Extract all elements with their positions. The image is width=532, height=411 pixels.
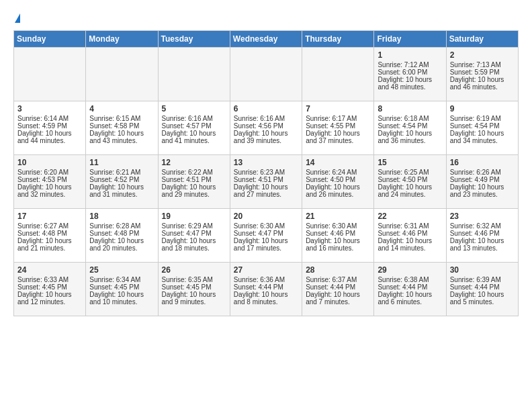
- day-info: Sunset: 4:53 PM: [17, 176, 82, 183]
- day-number: 14: [306, 158, 370, 167]
- day-number: 25: [89, 265, 154, 275]
- day-number: 12: [162, 158, 226, 167]
- day-info: Sunrise: 6:30 AM: [306, 222, 370, 230]
- calendar-day-cell: 1Sunrise: 7:12 AMSunset: 6:00 PMDaylight…: [374, 48, 446, 101]
- calendar-day-cell: 23Sunrise: 6:32 AMSunset: 4:46 PMDayligh…: [446, 209, 518, 263]
- day-info: Sunset: 5:59 PM: [450, 68, 515, 76]
- header: [13, 11, 519, 24]
- day-number: 26: [162, 265, 226, 275]
- day-info: Sunrise: 6:22 AM: [162, 169, 226, 176]
- day-info: Sunset: 4:49 PM: [450, 176, 515, 183]
- calendar-day-cell: 4Sunrise: 6:15 AMSunset: 4:58 PMDaylight…: [86, 101, 158, 155]
- calendar-day-cell: [158, 48, 230, 101]
- day-number: 2: [450, 50, 515, 60]
- day-info: Sunrise: 6:18 AM: [378, 115, 442, 122]
- day-info: Daylight: 10 hours and 48 minutes.: [378, 76, 442, 91]
- day-info: Sunset: 4:56 PM: [234, 122, 298, 130]
- day-of-week-header: Wednesday: [230, 31, 302, 48]
- day-info: Sunset: 4:51 PM: [234, 176, 298, 183]
- day-info: Daylight: 10 hours and 27 minutes.: [234, 183, 298, 198]
- day-number: 13: [234, 158, 298, 167]
- day-info: Sunrise: 6:23 AM: [234, 169, 298, 176]
- day-number: 24: [17, 265, 82, 275]
- day-info: Sunset: 4:46 PM: [306, 230, 370, 237]
- day-info: Daylight: 10 hours and 29 minutes.: [162, 183, 226, 198]
- calendar-day-cell: [230, 48, 302, 101]
- day-info: Sunrise: 6:37 AM: [306, 276, 370, 283]
- day-info: Daylight: 10 hours and 32 minutes.: [17, 183, 82, 198]
- day-info: Sunrise: 7:12 AM: [378, 61, 442, 68]
- day-number: 1: [378, 50, 442, 60]
- day-info: Sunset: 4:44 PM: [378, 283, 442, 291]
- calendar-day-cell: 9Sunrise: 6:19 AMSunset: 4:54 PMDaylight…: [446, 101, 518, 155]
- day-info: Sunrise: 6:21 AM: [89, 169, 154, 176]
- day-info: Sunrise: 6:16 AM: [234, 115, 298, 122]
- calendar-day-cell: 3Sunrise: 6:14 AMSunset: 4:59 PMDaylight…: [14, 101, 86, 155]
- day-info: Sunrise: 6:35 AM: [162, 276, 226, 283]
- calendar-day-cell: [14, 48, 86, 101]
- day-info: Daylight: 10 hours and 46 minutes.: [450, 76, 515, 91]
- day-info: Daylight: 10 hours and 13 minutes.: [450, 237, 515, 252]
- day-of-week-header: Monday: [86, 31, 158, 48]
- day-info: Sunrise: 6:20 AM: [17, 169, 82, 176]
- calendar-day-cell: 12Sunrise: 6:22 AMSunset: 4:51 PMDayligh…: [158, 155, 230, 209]
- day-info: Sunset: 4:50 PM: [378, 176, 442, 183]
- calendar-day-cell: 11Sunrise: 6:21 AMSunset: 4:52 PMDayligh…: [86, 155, 158, 209]
- day-number: 20: [234, 212, 298, 221]
- day-info: Sunrise: 6:27 AM: [17, 222, 82, 230]
- calendar-day-cell: 24Sunrise: 6:33 AMSunset: 4:45 PMDayligh…: [14, 263, 86, 316]
- calendar-day-cell: 27Sunrise: 6:36 AMSunset: 4:44 PMDayligh…: [230, 263, 302, 316]
- day-info: Daylight: 10 hours and 18 minutes.: [162, 237, 226, 252]
- calendar-day-cell: 10Sunrise: 6:20 AMSunset: 4:53 PMDayligh…: [14, 155, 86, 209]
- calendar-day-cell: 26Sunrise: 6:35 AMSunset: 4:45 PMDayligh…: [158, 263, 230, 316]
- day-info: Sunrise: 6:36 AM: [234, 276, 298, 283]
- day-info: Daylight: 10 hours and 17 minutes.: [234, 237, 298, 252]
- day-info: Sunset: 4:55 PM: [306, 122, 370, 130]
- day-info: Daylight: 10 hours and 44 minutes.: [17, 130, 82, 144]
- day-info: Sunrise: 6:17 AM: [306, 115, 370, 122]
- calendar-day-cell: [86, 48, 158, 101]
- day-of-week-header: Thursday: [302, 31, 374, 48]
- day-info: Daylight: 10 hours and 41 minutes.: [162, 130, 226, 144]
- calendar-day-cell: 15Sunrise: 6:25 AMSunset: 4:50 PMDayligh…: [374, 155, 446, 209]
- day-info: Sunset: 4:46 PM: [378, 230, 442, 237]
- day-info: Sunset: 4:44 PM: [450, 283, 515, 291]
- calendar-day-cell: 17Sunrise: 6:27 AMSunset: 4:48 PMDayligh…: [14, 209, 86, 263]
- day-info: Sunrise: 6:39 AM: [450, 276, 515, 283]
- day-info: Sunset: 4:47 PM: [162, 230, 226, 237]
- day-info: Daylight: 10 hours and 23 minutes.: [450, 183, 515, 198]
- day-number: 18: [89, 212, 154, 221]
- calendar: SundayMondayTuesdayWednesdayThursdayFrid…: [13, 30, 519, 316]
- logo-triangle-icon: [15, 13, 20, 23]
- calendar-day-cell: 2Sunrise: 7:13 AMSunset: 5:59 PMDaylight…: [446, 48, 518, 101]
- day-number: 22: [378, 212, 442, 221]
- logo-top: [13, 11, 20, 24]
- day-info: Daylight: 10 hours and 5 minutes.: [450, 291, 515, 306]
- day-info: Sunset: 4:52 PM: [89, 176, 154, 183]
- day-number: 23: [450, 212, 515, 221]
- day-info: Sunset: 4:45 PM: [89, 283, 154, 291]
- day-info: Sunset: 4:54 PM: [450, 122, 515, 130]
- day-number: 4: [89, 104, 154, 113]
- day-number: 10: [17, 158, 82, 167]
- day-number: 27: [234, 265, 298, 275]
- calendar-day-cell: 18Sunrise: 6:28 AMSunset: 4:48 PMDayligh…: [86, 209, 158, 263]
- day-info: Daylight: 10 hours and 14 minutes.: [378, 237, 442, 252]
- day-number: 6: [234, 104, 298, 113]
- day-info: Sunrise: 6:25 AM: [378, 169, 442, 176]
- day-info: Sunset: 4:46 PM: [450, 230, 515, 237]
- day-info: Sunset: 4:50 PM: [306, 176, 370, 183]
- day-info: Sunset: 4:58 PM: [89, 122, 154, 130]
- calendar-day-cell: 22Sunrise: 6:31 AMSunset: 4:46 PMDayligh…: [374, 209, 446, 263]
- day-number: 8: [378, 104, 442, 113]
- day-number: 9: [450, 104, 515, 113]
- day-info: Sunrise: 6:28 AM: [89, 222, 154, 230]
- calendar-day-cell: 14Sunrise: 6:24 AMSunset: 4:50 PMDayligh…: [302, 155, 374, 209]
- day-of-week-header: Sunday: [14, 31, 86, 48]
- day-number: 19: [162, 212, 226, 221]
- day-info: Sunrise: 6:30 AM: [234, 222, 298, 230]
- calendar-header-row: SundayMondayTuesdayWednesdayThursdayFrid…: [14, 31, 519, 48]
- day-number: 11: [89, 158, 154, 167]
- day-info: Daylight: 10 hours and 31 minutes.: [89, 183, 154, 198]
- logo: [13, 11, 20, 24]
